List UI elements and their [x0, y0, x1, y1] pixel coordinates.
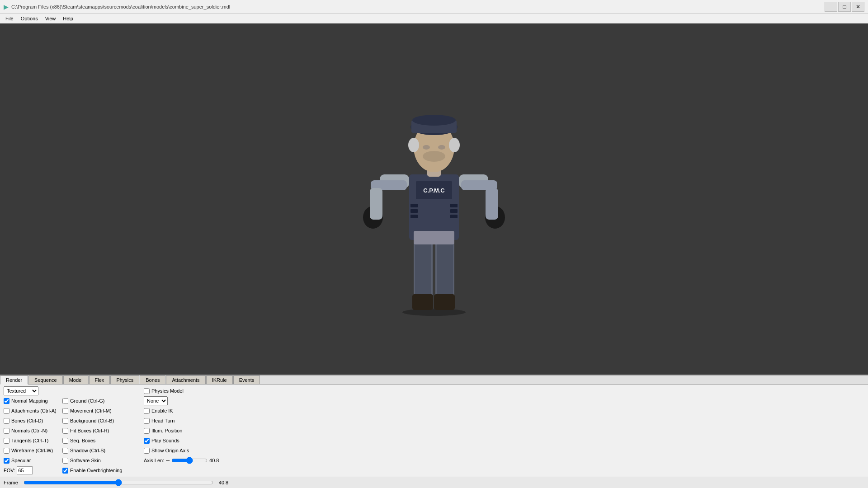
fov-label: FOV:	[4, 468, 15, 473]
menu-help[interactable]: Help	[59, 15, 77, 22]
tab-events[interactable]: Events	[233, 375, 260, 384]
wireframe-label[interactable]: Wireframe (Ctrl-W)	[11, 448, 53, 453]
head-turn-checkbox[interactable]	[144, 418, 150, 424]
character-model: C.P.M.C	[357, 82, 511, 317]
shadow-label[interactable]: Shadow (Ctrl-S)	[70, 448, 105, 453]
physics-model-checkbox[interactable]	[144, 388, 150, 394]
movement-row: Movement (Ctrl-M)	[62, 406, 139, 415]
normals-label[interactable]: Normals (Ctrl-N)	[11, 428, 47, 433]
shadow-checkbox[interactable]	[62, 448, 68, 454]
svg-rect-17	[414, 231, 454, 244]
ground-label[interactable]: Ground (Ctrl-G)	[70, 398, 104, 404]
physics-model-label[interactable]: Physics Model	[151, 388, 184, 394]
normals-checkbox[interactable]	[4, 428, 9, 434]
svg-point-0	[402, 309, 466, 316]
attachments-row: Attachments (Ctrl-A)	[4, 406, 58, 415]
movement-checkbox[interactable]	[62, 408, 68, 414]
render-mode-dropdown[interactable]: Textured Wireframe Flat Smooth	[4, 386, 38, 395]
svg-point-33	[408, 138, 419, 152]
tab-ikrule[interactable]: IKRule	[206, 375, 233, 384]
play-sounds-label[interactable]: Play Sounds	[151, 438, 179, 443]
normal-mapping-row: Normal Mapping	[4, 396, 58, 405]
physics-model-row: Physics Model	[144, 386, 221, 395]
show-origin-checkbox[interactable]	[144, 448, 150, 454]
svg-rect-6	[434, 294, 455, 310]
svg-rect-15	[450, 209, 458, 213]
titlebar-left: ▶ C:\Program Files (x86)\Steam\steamapps…	[4, 3, 230, 10]
bones-checkbox[interactable]	[4, 418, 9, 424]
tab-bones[interactable]: Bones	[140, 375, 165, 384]
wireframe-checkbox[interactable]	[4, 448, 9, 454]
seq-boxes-label[interactable]: Seq. Boxes	[70, 438, 95, 443]
specular-label[interactable]: Specular	[11, 458, 31, 463]
minimize-button[interactable]: ─	[825, 2, 837, 12]
tangents-label[interactable]: Tangents (Ctrl-T)	[11, 438, 49, 443]
physics-dropdown[interactable]: None	[144, 396, 168, 405]
axis-len-label: Axis Len:	[144, 458, 164, 463]
svg-rect-16	[450, 215, 458, 218]
hitboxes-label[interactable]: Hit Boxes (Ctrl-H)	[70, 428, 109, 433]
normal-mapping-label[interactable]: Normal Mapping	[11, 398, 48, 404]
movement-label[interactable]: Movement (Ctrl-M)	[70, 408, 112, 413]
physics-dropdown-row: None	[144, 396, 221, 405]
render-mode-row: Textured Wireframe Flat Smooth	[4, 386, 58, 395]
tangents-row: Tangents (Ctrl-T)	[4, 436, 58, 445]
background-checkbox[interactable]	[62, 418, 68, 424]
tab-flex[interactable]: Flex	[89, 375, 110, 384]
ground-row: Ground (Ctrl-G)	[62, 396, 139, 405]
show-origin-label[interactable]: Show Origin Axis	[151, 448, 189, 453]
controls-grid: Textured Wireframe Flat Smooth Normal Ma…	[0, 385, 868, 477]
enable-ik-label[interactable]: Enable IK	[151, 408, 173, 413]
bones-label[interactable]: Bones (Ctrl-D)	[11, 418, 43, 423]
ground-checkbox[interactable]	[62, 398, 68, 404]
svg-rect-3	[415, 235, 431, 302]
background-row: Background (Ctrl-B)	[62, 416, 139, 425]
axis-len-slider[interactable]	[171, 457, 208, 464]
menubar: File Options View Help	[0, 14, 868, 23]
svg-rect-4	[437, 235, 453, 302]
svg-point-30	[412, 115, 456, 126]
normal-mapping-checkbox[interactable]	[4, 398, 9, 404]
enable-overbright-checkbox[interactable]	[62, 468, 68, 474]
hitboxes-checkbox[interactable]	[62, 428, 68, 434]
attachments-label[interactable]: Attachments (Ctrl-A)	[11, 408, 57, 413]
fov-input[interactable]	[17, 466, 33, 474]
seq-boxes-row: Seq. Boxes	[62, 436, 139, 445]
play-sounds-row: Play Sounds	[144, 436, 221, 445]
illum-position-label[interactable]: Illum. Position	[151, 428, 182, 433]
tab-attachments[interactable]: Attachments	[166, 375, 205, 384]
app-icon: ▶	[4, 3, 9, 10]
head-turn-row: Head Turn	[144, 416, 221, 425]
specular-checkbox[interactable]	[4, 458, 9, 464]
illum-position-checkbox[interactable]	[144, 428, 150, 434]
menu-options[interactable]: Options	[17, 15, 42, 22]
software-skin-label[interactable]: Software Skin	[70, 458, 101, 463]
background-label[interactable]: Background (Ctrl-B)	[70, 418, 114, 423]
col2: Ground (Ctrl-G) Movement (Ctrl-M) Backgr…	[62, 386, 144, 475]
svg-text:C.P.M.C: C.P.M.C	[423, 187, 445, 194]
tab-model[interactable]: Model	[63, 375, 89, 384]
tab-render[interactable]: Render	[0, 375, 28, 385]
viewport[interactable]: C.P.M.C	[0, 23, 868, 375]
enable-overbright-label[interactable]: Enable Overbrightening	[70, 468, 123, 473]
svg-rect-25	[486, 188, 498, 220]
tabs: Render Sequence Model Flex Physics Bones…	[0, 375, 868, 385]
axis-len-dash: ─	[166, 458, 170, 463]
attachments-checkbox[interactable]	[4, 408, 9, 414]
enable-ik-row: Enable IK	[144, 406, 221, 415]
maximize-button[interactable]: □	[838, 2, 851, 12]
tab-physics[interactable]: Physics	[110, 375, 139, 384]
tab-sequence[interactable]: Sequence	[28, 375, 63, 384]
head-turn-label[interactable]: Head Turn	[151, 418, 175, 423]
close-button[interactable]: ✕	[852, 2, 864, 12]
play-sounds-checkbox[interactable]	[144, 438, 150, 444]
tangents-checkbox[interactable]	[4, 438, 9, 444]
menu-view[interactable]: View	[42, 15, 60, 22]
show-origin-row: Show Origin Axis	[144, 446, 221, 455]
enable-ik-checkbox[interactable]	[144, 408, 150, 414]
frame-slider[interactable]	[24, 479, 213, 486]
axis-len-value: 40.8	[209, 458, 219, 463]
menu-file[interactable]: File	[2, 15, 17, 22]
software-skin-checkbox[interactable]	[62, 458, 68, 464]
seq-boxes-checkbox[interactable]	[62, 438, 68, 444]
